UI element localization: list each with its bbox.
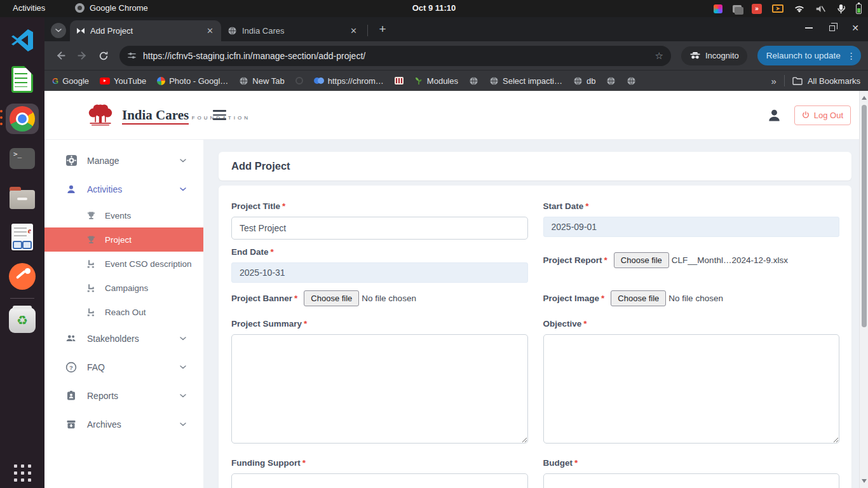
bookmark-modules[interactable]: Modules: [414, 76, 458, 86]
page-scrollbar[interactable]: [859, 91, 868, 488]
bookmarks-overflow-chevron[interactable]: »: [771, 76, 776, 86]
activities-button[interactable]: Activities: [13, 3, 45, 13]
sidebar-item-manage[interactable]: Manage: [44, 146, 203, 175]
question-circle-icon: ?: [65, 362, 78, 373]
funding-support-input[interactable]: [231, 473, 528, 488]
tab-close-icon[interactable]: ✕: [205, 26, 215, 36]
bookmark-bajaj[interactable]: [395, 77, 403, 85]
budget-label: Budget*: [543, 458, 840, 468]
sidebar-item-archives[interactable]: Archives: [44, 410, 203, 438]
system-tray: » ➤: [714, 0, 862, 17]
dock-divider: [10, 298, 34, 299]
sidebar-subitem-events[interactable]: Events: [44, 203, 203, 227]
budget-input[interactable]: [543, 473, 840, 488]
relaunch-to-update-button[interactable]: Relaunch to update ⋮: [757, 46, 861, 65]
project-report-label: Project Report*: [543, 255, 607, 265]
archive-box-icon: [65, 419, 78, 430]
seat-icon: [85, 259, 97, 269]
sidebar-subitem-project[interactable]: Project: [44, 227, 203, 252]
end-date-input[interactable]: [231, 262, 528, 283]
gradient-cube-icon[interactable]: [714, 4, 722, 13]
close-button[interactable]: ✕: [851, 24, 859, 32]
tab-india-cares[interactable]: India Cares ✕: [221, 20, 365, 41]
scrollbar-thumb[interactable]: [862, 105, 867, 327]
address-bar[interactable]: https://icfnv5-staging.icfn.in/manage-se…: [119, 46, 671, 66]
project-banner-choose-file-button[interactable]: Choose file: [304, 290, 359, 306]
chrome-icon[interactable]: [6, 104, 39, 134]
seat-icon: [85, 308, 97, 317]
bookmark-select-impact[interactable]: Select impacti…: [489, 76, 562, 86]
battery-icon[interactable]: [856, 4, 862, 14]
chat-bubble-icon[interactable]: [733, 5, 742, 13]
bookmark-star-icon[interactable]: ☆: [655, 50, 663, 62]
sidebar-item-stakeholders[interactable]: Stakeholders: [44, 324, 203, 353]
sidebar-item-reports[interactable]: Reports: [44, 381, 203, 410]
site-settings-icon[interactable]: [127, 51, 137, 60]
restore-button[interactable]: [829, 25, 835, 31]
document-viewer-icon[interactable]: e: [6, 222, 39, 252]
minimize-button[interactable]: [805, 27, 813, 29]
tab-search-button[interactable]: [51, 23, 66, 38]
bookmark-google[interactable]: GGoogle: [52, 76, 89, 86]
clock[interactable]: Oct 9 11:10: [412, 3, 456, 13]
seat-icon: [85, 283, 97, 293]
screen-cast-icon[interactable]: ➤: [772, 4, 783, 13]
bookmark-globe-2[interactable]: [606, 76, 616, 86]
libreoffice-calc-icon[interactable]: [6, 64, 39, 95]
project-image-choose-file-button[interactable]: Choose file: [611, 290, 666, 306]
forward-button[interactable]: [72, 46, 92, 65]
url-text[interactable]: https://icfnv5-staging.icfn.in/manage-se…: [143, 51, 655, 61]
new-tab-button[interactable]: +: [374, 22, 391, 36]
files-icon[interactable]: [6, 182, 39, 213]
menu-toggle-button[interactable]: [213, 110, 226, 120]
person-icon: [65, 184, 78, 194]
objective-textarea[interactable]: [543, 334, 840, 444]
postman-icon[interactable]: [6, 261, 39, 292]
id-badge-icon: [65, 390, 78, 401]
profile-icon[interactable]: [767, 108, 782, 123]
project-summary-textarea[interactable]: [231, 334, 528, 444]
browser-window: Add Project ✕ India Cares ✕ + ✕ https://…: [44, 17, 868, 488]
project-banner-file-name: No file chosen: [362, 294, 416, 303]
bookmark-chrome-link[interactable]: https://chrom…: [314, 76, 384, 86]
google-favicon: G: [52, 76, 58, 86]
project-report-choose-file-button[interactable]: Choose file: [614, 252, 669, 268]
bookmarks-bar: GGoogle YouTube Photo - Googl… New Tab h…: [44, 70, 868, 91]
scroll-down-arrow[interactable]: [862, 479, 867, 483]
reload-button[interactable]: [94, 46, 113, 65]
sidebar-subitem-event-cso-description[interactable]: Event CSO description: [44, 252, 203, 276]
bookmark-youtube[interactable]: YouTube: [100, 76, 146, 86]
running-indicator-dots: [0, 110, 3, 125]
all-bookmarks-button[interactable]: All Bookmarks: [792, 76, 860, 86]
sidebar-subitem-reach-out[interactable]: Reach Out: [44, 300, 203, 324]
tab-close-icon[interactable]: ✕: [349, 26, 358, 36]
trash-icon[interactable]: ♻: [6, 305, 39, 336]
scroll-up-arrow[interactable]: [862, 96, 867, 100]
kebab-menu-icon[interactable]: ⋮: [847, 51, 856, 61]
sidebar-item-faq[interactable]: ? FAQ: [44, 353, 203, 381]
end-date-label: End Date*: [231, 247, 528, 257]
bookmark-dim[interactable]: [295, 77, 303, 85]
tab-divider: [367, 25, 368, 36]
bookmark-globe-3[interactable]: [627, 76, 636, 86]
tab-strip: Add Project ✕ India Cares ✕ + ✕: [44, 17, 868, 41]
back-button[interactable]: [51, 46, 70, 65]
microphone-icon[interactable]: [836, 4, 846, 14]
tab-add-project[interactable]: Add Project ✕: [70, 20, 221, 41]
logout-button[interactable]: Log Out: [794, 105, 851, 125]
start-date-input[interactable]: [543, 217, 840, 237]
bookmark-photos[interactable]: Photo - Googl…: [157, 76, 228, 86]
project-title-input[interactable]: [231, 217, 528, 240]
bookmark-new-tab[interactable]: New Tab: [239, 76, 284, 86]
remote-desktop-icon[interactable]: »: [752, 4, 762, 14]
terminal-icon[interactable]: >_: [6, 143, 39, 173]
globe-favicon: [469, 76, 478, 86]
sidebar-subitem-campaigns[interactable]: Campaigns: [44, 276, 203, 300]
sidebar-item-activities[interactable]: Activities: [44, 175, 203, 203]
wifi-icon[interactable]: [794, 4, 805, 13]
bookmark-globe-1[interactable]: [469, 76, 478, 86]
app-grid-icon[interactable]: [0, 464, 44, 482]
vscode-icon[interactable]: [6, 25, 39, 55]
bookmark-db[interactable]: db: [573, 76, 595, 86]
volume-muted-icon[interactable]: [815, 4, 826, 13]
